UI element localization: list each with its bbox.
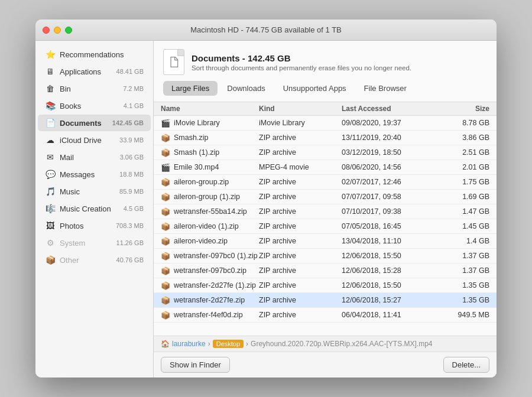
col-size: Size bbox=[436, 105, 489, 113]
table-row[interactable]: 📦 wetransfer-097bc0.zip ZIP archive 12/0… bbox=[154, 263, 497, 278]
file-name-9: wetransfer-097bc0 (1).zip bbox=[174, 252, 258, 260]
file-name-cell: 📦 wetransfer-55ba14.zip bbox=[161, 207, 259, 216]
table-row[interactable]: 📦 Smash.zip ZIP archive 13/11/2019, 20:4… bbox=[154, 131, 497, 145]
file-accessed-1: 13/11/2019, 20:40 bbox=[342, 134, 436, 142]
table-row[interactable]: 📦 aileron-group (1).zip ZIP archive 07/0… bbox=[154, 190, 497, 204]
close-button[interactable] bbox=[43, 27, 50, 34]
tab-downloads[interactable]: Downloads bbox=[219, 81, 273, 96]
tab-file-browser[interactable]: File Browser bbox=[356, 81, 415, 96]
table-row[interactable]: 📦 wetransfer-55ba14.zip ZIP archive 07/1… bbox=[154, 204, 497, 219]
file-size-9: 1.37 GB bbox=[436, 252, 489, 260]
col-name: Name bbox=[161, 105, 259, 113]
footer: Show in Finder Delete... bbox=[154, 352, 497, 378]
sidebar-item-recommendations[interactable]: ⭐ Recommendations bbox=[38, 46, 151, 63]
file-icon-8: 📦 bbox=[161, 236, 170, 246]
sidebar-item-other[interactable]: 📦 Other 40.76 GB bbox=[38, 252, 151, 268]
file-table[interactable]: Name Kind Last Accessed Size 🎬 iMovie Li… bbox=[154, 102, 497, 336]
sidebar-item-messages[interactable]: 💬 Messages 18.8 MB bbox=[38, 166, 151, 183]
file-kind-11: ZIP archive bbox=[259, 281, 342, 289]
system-icon: ⚙ bbox=[45, 237, 56, 248]
table-row[interactable]: 🎬 Emile 30.mp4 MPEG-4 movie 08/06/2020, … bbox=[154, 160, 497, 175]
file-icon-5: 📦 bbox=[161, 192, 170, 201]
file-size-2: 2.51 GB bbox=[436, 148, 489, 157]
file-icon-6: 📦 bbox=[161, 207, 170, 216]
table-row[interactable]: 📦 aileron-group.zip ZIP archive 02/07/20… bbox=[154, 175, 497, 190]
sidebar-item-bin[interactable]: 🗑 Bin 7.2 MB bbox=[38, 80, 151, 97]
sidebar-item-music-creation[interactable]: 🎼 Music Creation 4.5 GB bbox=[38, 200, 151, 217]
file-icon-1: 📦 bbox=[161, 133, 170, 142]
tab-large-files[interactable]: Large Files bbox=[163, 81, 218, 96]
sidebar-item-mail[interactable]: ✉ Mail 3.06 GB bbox=[38, 149, 151, 165]
sidebar-item-books[interactable]: 📚 Books 4.1 GB bbox=[38, 97, 151, 114]
books-icon: 📚 bbox=[45, 100, 56, 111]
file-accessed-9: 12/06/2018, 15:50 bbox=[342, 252, 436, 260]
table-row[interactable]: 📦 aileron-video.zip ZIP archive 13/04/20… bbox=[154, 234, 497, 249]
icloud-drive-icon: ☁ bbox=[45, 135, 56, 145]
sidebar-item-documents[interactable]: 📄 Documents 142.45 GB bbox=[38, 115, 151, 131]
sidebar-label-other: Other bbox=[60, 256, 114, 265]
file-accessed-5: 07/07/2017, 09:58 bbox=[342, 193, 436, 201]
file-size-11: 1.35 GB bbox=[436, 281, 489, 289]
table-row[interactable]: 📦 Smash (1).zip ZIP archive 03/12/2019, … bbox=[154, 145, 497, 160]
sidebar-size-books: 4.1 GB bbox=[124, 102, 144, 109]
file-icon-10: 📦 bbox=[161, 266, 170, 275]
table-header: Name Kind Last Accessed Size bbox=[154, 102, 497, 116]
file-kind-10: ZIP archive bbox=[259, 266, 342, 275]
file-icon-11: 📦 bbox=[161, 281, 170, 290]
show-in-finder-button[interactable]: Show in Finder bbox=[161, 357, 230, 373]
recommendations-icon: ⭐ bbox=[45, 49, 56, 60]
file-name-10: wetransfer-097bc0.zip bbox=[174, 266, 246, 275]
sidebar-size-photos: 708.3 MB bbox=[116, 222, 144, 229]
sidebar-label-icloud-drive: iCloud Drive bbox=[60, 136, 117, 145]
file-accessed-10: 12/06/2018, 15:28 bbox=[342, 266, 436, 275]
minimize-button[interactable] bbox=[54, 27, 61, 34]
file-icon-0: 🎬 bbox=[161, 118, 170, 128]
table-row[interactable]: 📦 wetransfer-2d27fe.zip ZIP archive 12/0… bbox=[154, 293, 497, 308]
file-name-cell: 📦 wetransfer-2d27fe (1).zip bbox=[161, 281, 259, 290]
file-name-cell: 📦 Smash (1).zip bbox=[161, 148, 259, 157]
breadcrumb-home[interactable]: lauraburke bbox=[172, 340, 206, 348]
file-size-8: 1.4 GB bbox=[436, 237, 489, 245]
table-row[interactable]: 📦 aileron-video (1).zip ZIP archive 07/0… bbox=[154, 219, 497, 234]
sidebar-label-music: Music bbox=[60, 187, 117, 196]
content-area: ⭐ Recommendations 🖥 Applications 48.41 G… bbox=[35, 41, 497, 378]
breadcrumb-folder[interactable]: Desktop bbox=[213, 340, 244, 348]
table-row[interactable]: 📦 wetransfer-2d27fe (1).zip ZIP archive … bbox=[154, 278, 497, 293]
file-icon-2: 📦 bbox=[161, 148, 170, 157]
table-row[interactable]: 📦 wetransfer-097bc0 (1).zip ZIP archive … bbox=[154, 249, 497, 263]
tab-unsupported-apps[interactable]: Unsupported Apps bbox=[275, 81, 355, 96]
file-kind-2: ZIP archive bbox=[259, 148, 342, 157]
file-name-13: wetransfer-f4ef0d.zip bbox=[174, 311, 243, 319]
maximize-button[interactable] bbox=[65, 27, 72, 34]
file-accessed-11: 12/06/2018, 15:50 bbox=[342, 281, 436, 289]
file-name-cell: 📦 aileron-video.zip bbox=[161, 236, 259, 246]
sidebar-size-applications: 48.41 GB bbox=[116, 68, 144, 75]
mail-icon: ✉ bbox=[45, 152, 56, 162]
breadcrumb-file: Greyhound.2020.720p.WEBRip.x264.AAC-[YTS… bbox=[251, 340, 432, 348]
home-icon: 🏠 bbox=[161, 340, 170, 348]
table-row[interactable]: 🎬 iMovie Library iMovie Library 09/08/20… bbox=[154, 116, 497, 131]
sidebar-item-music[interactable]: 🎵 Music 85.9 MB bbox=[38, 183, 151, 200]
delete-button[interactable]: Delete... bbox=[443, 357, 489, 373]
file-icon-13: 📦 bbox=[161, 310, 170, 320]
tab-bar: Large FilesDownloadsUnsupported AppsFile… bbox=[163, 81, 487, 96]
sidebar-label-system: System bbox=[60, 239, 114, 248]
sidebar-item-photos[interactable]: 🖼 Photos 708.3 MB bbox=[38, 217, 151, 234]
sidebar-item-applications[interactable]: 🖥 Applications 48.41 GB bbox=[38, 63, 151, 80]
file-kind-8: ZIP archive bbox=[259, 237, 342, 245]
breadcrumb-arrow-1: › bbox=[208, 340, 210, 348]
file-name-3: Emile 30.mp4 bbox=[174, 163, 219, 171]
main-panel: Documents - 142.45 GB Sort through docum… bbox=[154, 41, 497, 378]
applications-icon: 🖥 bbox=[45, 66, 56, 77]
file-name-cell: 🎬 Emile 30.mp4 bbox=[161, 162, 259, 172]
table-row[interactable]: 📦 wetransfer-f4ef0d.zip ZIP archive 06/0… bbox=[154, 308, 497, 323]
file-kind-6: ZIP archive bbox=[259, 207, 342, 216]
file-kind-0: iMovie Library bbox=[259, 119, 342, 127]
sidebar-label-music-creation: Music Creation bbox=[60, 204, 121, 213]
file-accessed-2: 03/12/2019, 18:50 bbox=[342, 148, 436, 157]
sidebar-size-bin: 7.2 MB bbox=[123, 85, 144, 92]
sidebar-label-applications: Applications bbox=[60, 67, 114, 76]
file-icon-3: 🎬 bbox=[161, 162, 170, 172]
sidebar-item-system[interactable]: ⚙ System 11.26 GB bbox=[38, 235, 151, 251]
sidebar-item-icloud-drive[interactable]: ☁ iCloud Drive 33.9 MB bbox=[38, 132, 151, 148]
